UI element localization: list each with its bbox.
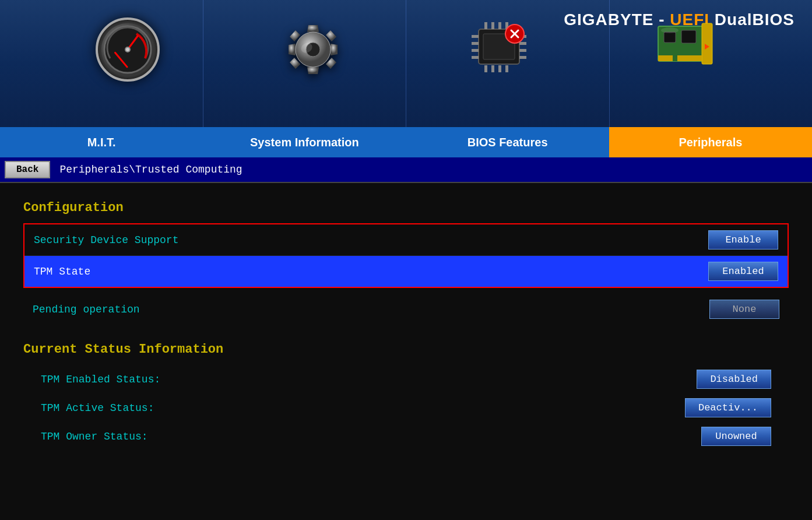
svg-rect-9 <box>472 42 479 45</box>
nav-icon-peripherals <box>620 17 748 82</box>
svg-rect-17 <box>491 22 494 29</box>
svg-rect-10 <box>472 49 479 52</box>
chip-icon <box>467 17 531 76</box>
main-content: Configuration Security Device Support En… <box>0 183 812 520</box>
svg-rect-23 <box>505 65 508 72</box>
svg-rect-11 <box>472 56 479 59</box>
pcie-card-icon <box>652 17 716 82</box>
nav-tabs: M.I.T. System Information BIOS Features … <box>0 127 812 157</box>
pending-label: Pending operation <box>33 304 140 315</box>
tpm-owner-label: TPM Owner Status: <box>41 431 148 442</box>
tpm-active-value[interactable]: Deactiv... <box>685 398 771 417</box>
svg-rect-13 <box>519 42 526 45</box>
nav-icons <box>0 17 812 82</box>
nav-icon-biosfeatures <box>435 17 563 82</box>
back-button[interactable]: Back <box>5 161 50 178</box>
status-section-title: Current Status Information <box>23 342 789 357</box>
svg-point-3 <box>126 48 129 51</box>
tab-mit[interactable]: M.I.T. <box>0 127 203 157</box>
nav-icon-sysinfo <box>249 17 377 82</box>
tpm-enabled-value[interactable]: Disabled <box>697 370 771 389</box>
gear-icon <box>281 17 345 82</box>
tab-sysinfo[interactable]: System Information <box>203 127 406 157</box>
security-device-label: Security Device Support <box>34 234 178 246</box>
nav-icon-mit <box>64 17 192 82</box>
tpm-enabled-label: TPM Enabled Status: <box>41 374 160 385</box>
svg-rect-29 <box>702 23 712 64</box>
tab-biosfeatures[interactable]: BIOS Features <box>406 127 609 157</box>
header: GIGABYTE - UEFI DualBIOS <box>0 0 812 157</box>
svg-rect-18 <box>498 22 501 29</box>
tab-peripherals[interactable]: Peripherals <box>609 127 812 157</box>
config-box: Security Device Support Enable TPM State… <box>23 223 789 288</box>
breadcrumb-path: Peripherals\Trusted Computing <box>59 164 242 175</box>
svg-rect-22 <box>498 65 501 72</box>
svg-point-35 <box>661 27 679 33</box>
pending-value[interactable]: None <box>709 300 779 319</box>
svg-rect-31 <box>673 55 677 61</box>
tpm-state-label: TPM State <box>34 266 90 277</box>
tpm-state-row: TPM State Enabled <box>24 256 788 287</box>
svg-rect-16 <box>484 22 487 29</box>
svg-rect-21 <box>491 65 494 72</box>
config-section-title: Configuration <box>23 201 789 215</box>
svg-rect-14 <box>519 49 526 52</box>
breadcrumb-row: Back Peripherals\Trusted Computing <box>0 157 812 183</box>
svg-rect-15 <box>519 56 526 59</box>
svg-rect-30 <box>658 55 702 61</box>
tpm-active-label: TPM Active Status: <box>41 402 154 414</box>
tpm-active-row: TPM Active Status: Deactiv... <box>23 393 789 422</box>
pending-row: Pending operation None <box>23 294 789 325</box>
security-device-value[interactable]: Enable <box>708 230 778 250</box>
svg-rect-20 <box>484 65 487 72</box>
tpm-enabled-row: TPM Enabled Status: Disabled <box>23 365 789 393</box>
speedometer-icon <box>96 17 160 82</box>
svg-rect-33 <box>681 30 696 43</box>
security-device-row: Security Device Support Enable <box>24 224 788 256</box>
svg-rect-8 <box>472 35 479 38</box>
tpm-owner-row: TPM Owner Status: Unowned <box>23 422 789 451</box>
tpm-owner-value[interactable]: Unowned <box>701 427 771 446</box>
svg-rect-32 <box>664 32 676 43</box>
tpm-state-value[interactable]: Enabled <box>708 262 778 281</box>
